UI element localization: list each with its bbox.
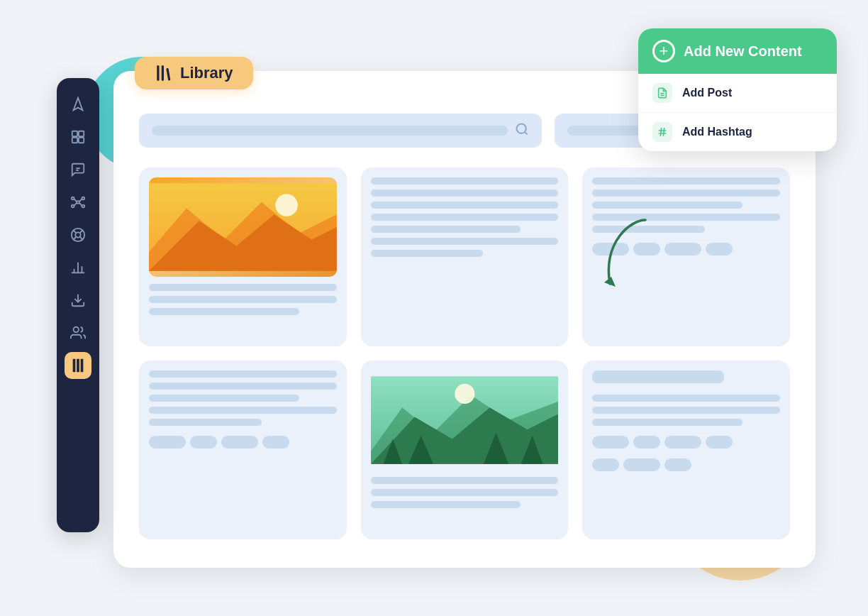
card-6-title <box>592 370 723 383</box>
search-input-wrapper[interactable] <box>139 114 542 148</box>
svg-line-50 <box>663 128 664 136</box>
svg-line-49 <box>660 128 661 136</box>
text-line <box>149 370 337 378</box>
text-line <box>371 214 559 221</box>
text-line <box>149 383 337 390</box>
svg-line-20 <box>80 231 83 233</box>
card-6-tags-row1 <box>592 436 780 449</box>
text-line <box>149 395 299 402</box>
card-2-text-lines <box>371 177 559 257</box>
sidebar-item-support[interactable] <box>65 221 91 248</box>
card-4 <box>139 361 347 539</box>
tag-pill <box>664 243 701 255</box>
svg-line-32 <box>525 131 528 134</box>
svg-point-31 <box>517 123 526 133</box>
sidebar-item-library[interactable] <box>65 352 91 379</box>
card-1-text-lines <box>149 284 337 315</box>
svg-rect-28 <box>157 65 159 81</box>
text-line <box>592 202 742 209</box>
svg-line-14 <box>74 203 77 206</box>
svg-point-10 <box>72 205 74 208</box>
tag-pill <box>592 436 629 449</box>
card-6-tags-row2 <box>592 458 780 471</box>
text-line <box>371 250 484 257</box>
tag-pill <box>664 436 701 449</box>
sidebar-item-navigation[interactable] <box>65 91 91 118</box>
tag-pill <box>706 243 733 255</box>
text-line <box>371 177 559 185</box>
hashtag-icon <box>652 122 672 142</box>
library-badge: Library <box>135 57 253 89</box>
svg-rect-29 <box>162 65 164 81</box>
svg-point-17 <box>75 232 80 237</box>
tag-pill <box>190 436 217 449</box>
library-badge-label: Library <box>180 64 233 82</box>
card-4-text-lines <box>149 370 337 426</box>
card-5-text-lines <box>371 477 559 508</box>
card-3 <box>582 167 790 346</box>
svg-rect-1 <box>72 131 77 136</box>
text-line <box>592 407 780 414</box>
tag-pill <box>633 436 660 449</box>
card-3-text-lines <box>592 177 780 233</box>
sidebar-item-analytics[interactable] <box>65 254 91 281</box>
sidebar <box>57 78 99 532</box>
search-input-bar <box>152 126 508 136</box>
svg-line-19 <box>80 237 83 240</box>
svg-rect-4 <box>79 138 84 143</box>
card-1-image <box>149 177 337 277</box>
text-line <box>592 419 742 426</box>
svg-point-9 <box>82 197 85 200</box>
add-new-title: Add New Content <box>684 43 802 60</box>
text-line <box>371 226 521 233</box>
sidebar-item-download[interactable] <box>65 287 91 314</box>
sidebar-item-network[interactable] <box>65 189 91 216</box>
text-line <box>592 226 705 233</box>
sidebar-item-comments[interactable] <box>65 156 91 183</box>
text-line <box>149 407 337 414</box>
add-new-header[interactable]: + Add New Content <box>638 28 837 74</box>
text-line <box>371 489 559 496</box>
svg-point-36 <box>275 194 298 216</box>
svg-point-7 <box>77 201 79 204</box>
tag-pill <box>664 458 691 471</box>
svg-point-27 <box>74 327 79 332</box>
text-line <box>149 419 262 426</box>
svg-point-11 <box>82 205 85 208</box>
text-line <box>371 501 521 508</box>
text-line <box>371 477 559 484</box>
svg-point-44 <box>455 384 474 404</box>
svg-line-12 <box>74 199 77 202</box>
document-icon <box>652 83 672 103</box>
svg-line-21 <box>74 237 77 240</box>
add-post-item[interactable]: Add Post <box>638 74 837 113</box>
text-line <box>592 177 780 185</box>
add-post-label: Add Post <box>682 87 732 99</box>
content-grid <box>139 167 790 539</box>
text-line <box>371 202 559 209</box>
tag-pill <box>149 436 186 449</box>
add-hashtag-label: Add Hashtag <box>682 126 752 138</box>
sidebar-item-team[interactable] <box>65 319 91 346</box>
text-line <box>149 284 337 291</box>
library-badge-icon <box>155 64 173 82</box>
text-line <box>371 238 559 245</box>
text-line <box>371 189 559 197</box>
tag-pill <box>592 243 629 255</box>
svg-line-13 <box>79 199 82 202</box>
tag-pill <box>592 458 619 471</box>
main-card: + Add New Content Add Post Add Hashtag <box>113 71 816 568</box>
card-2 <box>361 167 569 346</box>
add-new-content-popup: + Add New Content Add Post Add Hashtag <box>638 28 837 151</box>
tag-pill <box>623 458 660 471</box>
search-icon <box>515 122 529 140</box>
add-hashtag-item[interactable]: Add Hashtag <box>638 113 837 151</box>
tag-pill <box>221 436 258 449</box>
plus-circle-icon: + <box>652 40 675 62</box>
text-line <box>592 214 780 221</box>
svg-rect-2 <box>79 131 84 136</box>
tag-pill <box>633 243 660 255</box>
tag-pill <box>706 436 733 449</box>
card-5-image <box>371 370 559 470</box>
sidebar-item-dashboard[interactable] <box>65 123 91 150</box>
